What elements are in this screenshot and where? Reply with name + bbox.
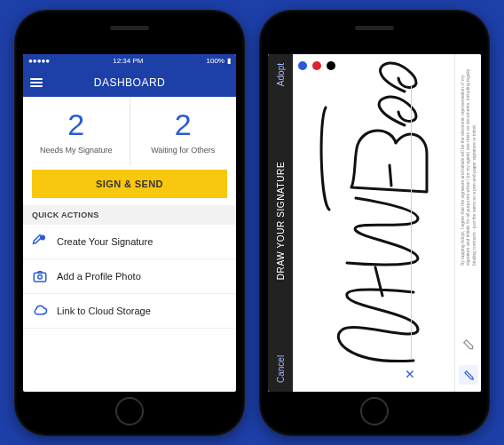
adopt-button[interactable]: Adopt (276, 63, 286, 86)
qa-label: Create Your Signature (57, 236, 153, 247)
svg-rect-1 (34, 273, 46, 282)
signature-nav-bar: Cancel DRAW YOUR SIGNATURE Adopt (268, 54, 293, 392)
signature-stroke (293, 54, 454, 392)
quick-actions-header: QUICK ACTIONS (23, 205, 236, 225)
phone-frame-right: Cancel DRAW YOUR SIGNATURE Adopt ✕ (259, 10, 490, 436)
svg-point-0 (41, 235, 45, 240)
count-value: 2 (67, 107, 84, 142)
signature-toolbar: By tapping Adopt, I agree that the signa… (454, 54, 481, 392)
signal-dots-icon: ●●●●● (28, 57, 50, 65)
count-waiting-others[interactable]: 2 Waiting for Others (130, 97, 237, 166)
status-time: 12:34 PM (113, 57, 143, 65)
signature-screen: Cancel DRAW YOUR SIGNATURE Adopt ✕ (268, 54, 481, 392)
battery-level: 100% (207, 57, 224, 65)
phone-frame-left: ●●●●● 12:34 PM 100% ▮ DASHBOARD 2 Needs … (14, 10, 245, 436)
count-label: Needs My Signature (40, 146, 113, 155)
signature-canvas[interactable]: ✕ (293, 54, 454, 392)
erase-tool-button[interactable] (459, 335, 478, 354)
qa-add-profile-photo[interactable]: Add a Profile Photo (23, 259, 236, 294)
page-title: DASHBOARD (94, 76, 166, 89)
cloud-icon (32, 303, 48, 319)
qa-create-signature[interactable]: Create Your Signature (23, 225, 236, 259)
dashboard-screen: ●●●●● 12:34 PM 100% ▮ DASHBOARD 2 Needs … (23, 54, 236, 392)
count-needs-signature[interactable]: 2 Needs My Signature (23, 97, 130, 166)
status-bar: ●●●●● 12:34 PM 100% ▮ (23, 54, 236, 68)
signature-baseline (411, 86, 412, 360)
legal-disclaimer: By tapping Adopt, I agree that the signa… (460, 61, 477, 266)
nav-bar: DASHBOARD (23, 68, 236, 97)
signature-x-mark-icon: ✕ (403, 369, 417, 379)
counts-row: 2 Needs My Signature 2 Waiting for Other… (23, 97, 236, 166)
menu-icon[interactable] (30, 78, 43, 87)
cancel-button[interactable]: Cancel (276, 354, 286, 382)
draw-tool-button[interactable] (459, 365, 478, 385)
sign-and-send-button[interactable]: SIGN & SEND (32, 170, 227, 198)
qa-label: Link to Cloud Storage (57, 306, 151, 316)
qa-label: Add a Profile Photo (57, 271, 141, 282)
battery-icon: ▮ (227, 57, 231, 65)
count-value: 2 (175, 107, 192, 142)
count-label: Waiting for Others (151, 146, 215, 155)
camera-icon (32, 268, 48, 284)
pen-icon (32, 234, 48, 250)
svg-point-2 (38, 274, 43, 279)
signature-title: DRAW YOUR SIGNATURE (276, 161, 286, 279)
qa-link-cloud-storage[interactable]: Link to Cloud Storage (23, 294, 236, 329)
